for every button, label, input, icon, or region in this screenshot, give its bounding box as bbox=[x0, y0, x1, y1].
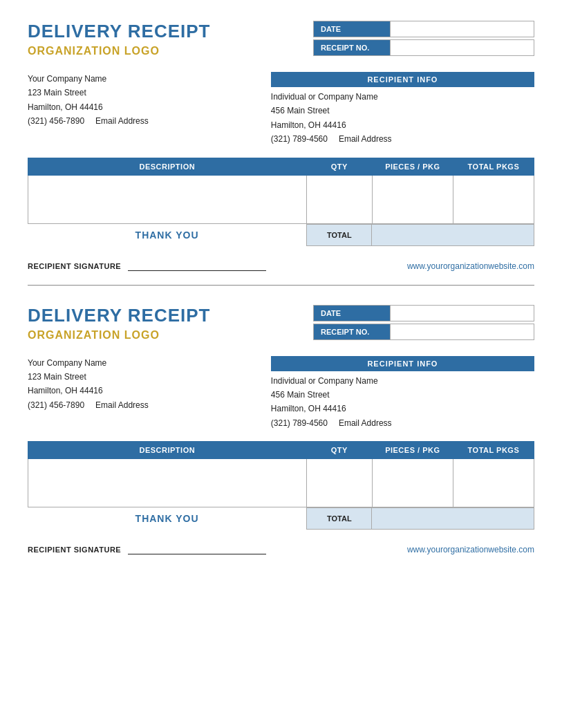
receipt-1: DELIVERY RECEIPT ORGANIZATION LOGO DATE … bbox=[28, 21, 534, 271]
receipt-2-no-value[interactable] bbox=[390, 324, 534, 339]
sender-2-city: Hamilton, OH 44416 bbox=[28, 384, 241, 398]
receipt-2-website[interactable]: www.yourorganizationwebsite.com bbox=[407, 545, 534, 554]
receipt-divider bbox=[28, 285, 534, 286]
receipt-2-table: DESCRIPTION QTY PIECES / PKG TOTAL PKGS bbox=[28, 441, 534, 507]
receipt-2-pkg-cell[interactable] bbox=[372, 459, 453, 507]
recipient-2-phone: (321) 789-4560 bbox=[271, 416, 328, 430]
receipt-2-footer: THANK YOU TOTAL bbox=[28, 507, 534, 530]
receipt-1-recipient-wrapper: RECIPIENT INFO Individual or Company Nam… bbox=[271, 72, 534, 147]
receipt-2-qty-cell[interactable] bbox=[306, 459, 372, 507]
receipt-2-col4-header: TOTAL PKGS bbox=[453, 442, 534, 459]
receipt-1-info: Your Company Name 123 Main Street Hamilt… bbox=[28, 72, 534, 147]
receipt-2-recipient-wrapper: RECIPIENT INFO Individual or Company Nam… bbox=[271, 356, 534, 431]
recipient-1-name: Individual or Company Name bbox=[271, 90, 534, 104]
receipt-1-sender: Your Company Name 123 Main Street Hamilt… bbox=[28, 72, 241, 147]
receipt-2-signature-section: RECIPIENT SIGNATURE www.yourorganization… bbox=[28, 545, 534, 554]
recipient-1-email: Email Address bbox=[339, 132, 392, 146]
recipient-1-contact: (321) 789-4560 Email Address bbox=[271, 132, 534, 146]
receipt-2-total-label: TOTAL bbox=[306, 507, 372, 530]
receipt-1-total-cell[interactable] bbox=[453, 175, 534, 223]
receipt-2-date-value[interactable] bbox=[390, 306, 534, 321]
receipt-1-sig-left: RECIPIENT SIGNATURE bbox=[28, 261, 266, 271]
receipt-1-no-label: RECEIPT NO. bbox=[314, 40, 390, 55]
receipt-2-total-value[interactable] bbox=[372, 507, 534, 530]
receipt-1-signature-section: RECIPIENT SIGNATURE www.yourorganization… bbox=[28, 261, 534, 271]
sender-1-email: Email Address bbox=[95, 114, 149, 128]
recipient-2-name: Individual or Company Name bbox=[271, 374, 534, 388]
receipt-1-website[interactable]: www.yourorganizationwebsite.com bbox=[407, 261, 534, 271]
receipt-1-date-row: DATE bbox=[313, 21, 534, 37]
receipt-1-pkg-cell[interactable] bbox=[372, 175, 453, 223]
receipt-1-date-label: DATE bbox=[314, 21, 390, 37]
sender-2-name: Your Company Name bbox=[28, 356, 241, 370]
receipt-1-recipient-header: RECIPIENT INFO bbox=[271, 72, 534, 87]
table-row bbox=[28, 459, 534, 507]
receipt-1-logo: ORGANIZATION LOGO bbox=[28, 45, 211, 57]
receipt-2-date-box: DATE RECEIPT NO. bbox=[313, 305, 534, 342]
sender-1-address: 123 Main Street bbox=[28, 86, 241, 100]
receipt-2-header: DELIVERY RECEIPT ORGANIZATION LOGO DATE … bbox=[28, 305, 534, 342]
sender-1-contact: (321) 456-7890 Email Address bbox=[28, 114, 241, 128]
receipt-2-title: DELIVERY RECEIPT bbox=[28, 305, 211, 326]
sender-2-address: 123 Main Street bbox=[28, 370, 241, 384]
sender-2-email: Email Address bbox=[95, 398, 149, 412]
receipt-1-desc-cell[interactable] bbox=[28, 175, 307, 223]
receipt-1-date-value[interactable] bbox=[390, 21, 534, 37]
recipient-2-contact: (321) 789-4560 Email Address bbox=[271, 416, 534, 430]
receipt-2-total-cell[interactable] bbox=[453, 459, 534, 507]
receipt-1-sig-label: RECIPIENT SIGNATURE bbox=[28, 262, 121, 270]
receipt-1-title: DELIVERY RECEIPT bbox=[28, 21, 211, 42]
receipt-2-no-row: RECEIPT NO. bbox=[313, 324, 534, 340]
receipt-2-date-row: DATE bbox=[313, 305, 534, 321]
receipt-2-col1-header: DESCRIPTION bbox=[28, 442, 307, 459]
receipt-2-title-section: DELIVERY RECEIPT ORGANIZATION LOGO bbox=[28, 305, 211, 342]
recipient-1-phone: (321) 789-4560 bbox=[271, 132, 328, 146]
sender-2-contact: (321) 456-7890 Email Address bbox=[28, 398, 241, 412]
receipt-2-no-label: RECEIPT NO. bbox=[314, 324, 390, 339]
receipt-1-col1-header: DESCRIPTION bbox=[28, 158, 307, 175]
receipt-1-table: DESCRIPTION QTY PIECES / PKG TOTAL PKGS bbox=[28, 158, 534, 224]
recipient-2-address: 456 Main Street bbox=[271, 388, 534, 402]
sender-1-phone: (321) 456-7890 bbox=[28, 114, 84, 128]
receipt-2-recipient-info: Individual or Company Name 456 Main Stre… bbox=[271, 374, 534, 431]
receipt-2-sig-left: RECIPIENT SIGNATURE bbox=[28, 545, 266, 554]
recipient-2-email: Email Address bbox=[339, 416, 392, 430]
receipt-1-total-value[interactable] bbox=[372, 224, 534, 246]
sender-1-city: Hamilton, OH 44416 bbox=[28, 100, 241, 114]
receipt-2-thank-you: THANK YOU bbox=[28, 507, 306, 530]
receipt-2-desc-cell[interactable] bbox=[28, 459, 307, 507]
receipt-2-col3-header: PIECES / PKG bbox=[372, 442, 453, 459]
receipt-1-sig-line bbox=[128, 270, 266, 271]
receipt-1-col3-header: PIECES / PKG bbox=[372, 158, 453, 175]
receipt-2-sender: Your Company Name 123 Main Street Hamilt… bbox=[28, 356, 241, 431]
receipt-1-thank-you: THANK YOU bbox=[28, 224, 306, 246]
receipt-2-info: Your Company Name 123 Main Street Hamilt… bbox=[28, 356, 534, 431]
receipt-2-recipient-header: RECIPIENT INFO bbox=[271, 356, 534, 371]
recipient-2-city: Hamilton, OH 44416 bbox=[271, 402, 534, 416]
receipt-1-no-value[interactable] bbox=[390, 40, 534, 55]
table-row bbox=[28, 175, 534, 223]
receipt-1-qty-cell[interactable] bbox=[306, 175, 372, 223]
receipt-2: DELIVERY RECEIPT ORGANIZATION LOGO DATE … bbox=[28, 305, 534, 555]
receipt-1-footer: THANK YOU TOTAL bbox=[28, 224, 534, 246]
receipt-1-col4-header: TOTAL PKGS bbox=[453, 158, 534, 175]
receipt-1-date-box: DATE RECEIPT NO. bbox=[313, 21, 534, 58]
receipt-2-logo: ORGANIZATION LOGO bbox=[28, 329, 211, 342]
receipt-2-col2-header: QTY bbox=[306, 442, 372, 459]
recipient-1-address: 456 Main Street bbox=[271, 104, 534, 118]
receipt-1-col2-header: QTY bbox=[306, 158, 372, 175]
receipt-1-total-label: TOTAL bbox=[306, 224, 372, 246]
receipt-2-sig-label: RECIPIENT SIGNATURE bbox=[28, 545, 121, 554]
receipt-1-title-section: DELIVERY RECEIPT ORGANIZATION LOGO bbox=[28, 21, 211, 57]
receipt-2-sig-line bbox=[128, 554, 266, 554]
sender-1-name: Your Company Name bbox=[28, 72, 241, 86]
receipt-2-date-label: DATE bbox=[314, 306, 390, 321]
receipt-1-no-row: RECEIPT NO. bbox=[313, 39, 534, 56]
receipt-1-header: DELIVERY RECEIPT ORGANIZATION LOGO DATE … bbox=[28, 21, 534, 58]
recipient-1-city: Hamilton, OH 44416 bbox=[271, 118, 534, 132]
sender-2-phone: (321) 456-7890 bbox=[28, 398, 84, 412]
receipt-1-recipient-info: Individual or Company Name 456 Main Stre… bbox=[271, 90, 534, 147]
